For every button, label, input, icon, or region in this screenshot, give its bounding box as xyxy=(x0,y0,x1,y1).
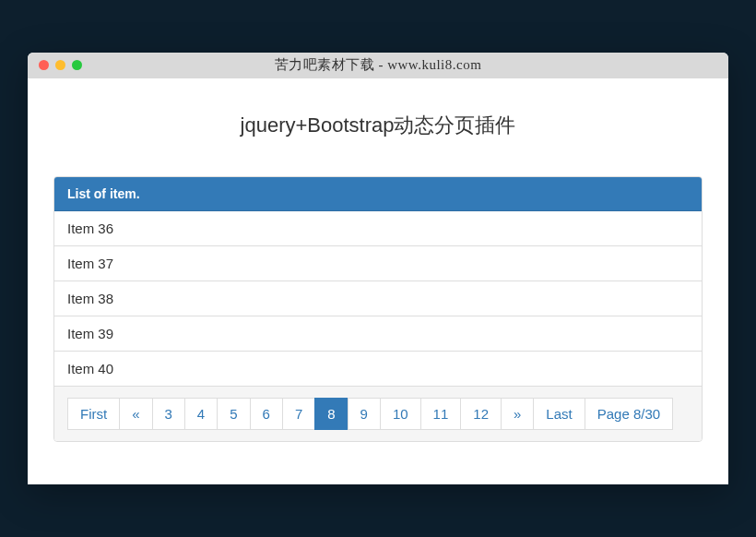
page-heading: jquery+Bootstrap动态分页插件 xyxy=(53,112,703,139)
window-controls xyxy=(39,60,82,70)
titlebar: 苦力吧素材下载 - www.kuli8.com xyxy=(28,53,728,78)
panel-header: List of item. xyxy=(54,177,702,211)
page-next: » xyxy=(502,398,534,431)
page-first: First xyxy=(67,398,120,431)
list-item: Item 36 xyxy=(54,211,702,246)
browser-window: 苦力吧素材下载 - www.kuli8.com jquery+Bootstrap… xyxy=(28,53,728,485)
item-list: Item 36 Item 37 Item 38 Item 39 Item 40 xyxy=(54,211,702,386)
list-item: Item 39 xyxy=(54,316,702,352)
page-7: 7 xyxy=(283,398,315,431)
list-item: Item 40 xyxy=(54,352,702,386)
window-title: 苦力吧素材下载 - www.kuli8.com xyxy=(28,56,728,74)
page-prev: « xyxy=(120,398,152,431)
maximize-icon[interactable] xyxy=(72,60,82,70)
close-icon[interactable] xyxy=(39,60,49,70)
panel: List of item. Item 36 Item 37 Item 38 It… xyxy=(53,176,703,443)
page-12: 12 xyxy=(461,398,502,431)
page-3: 3 xyxy=(153,398,185,431)
content-area: jquery+Bootstrap动态分页插件 List of item. Ite… xyxy=(28,78,728,485)
page-10: 10 xyxy=(381,398,421,431)
panel-footer: First « 3 4 5 6 7 8 9 10 11 12 » Last Pa… xyxy=(54,386,702,442)
page-6: 6 xyxy=(251,398,283,431)
page-8-current: 8 xyxy=(315,398,348,431)
page-last: Last xyxy=(534,398,585,431)
page-indicator: Page 8/30 xyxy=(585,398,673,431)
page-5: 5 xyxy=(218,398,250,431)
page-9: 9 xyxy=(348,398,381,431)
pagination: First « 3 4 5 6 7 8 9 10 11 12 » Last Pa… xyxy=(67,398,689,431)
page-4: 4 xyxy=(185,398,218,431)
page-11: 11 xyxy=(421,398,462,431)
minimize-icon[interactable] xyxy=(55,60,65,70)
list-item: Item 38 xyxy=(54,281,702,316)
list-item: Item 37 xyxy=(54,246,702,281)
